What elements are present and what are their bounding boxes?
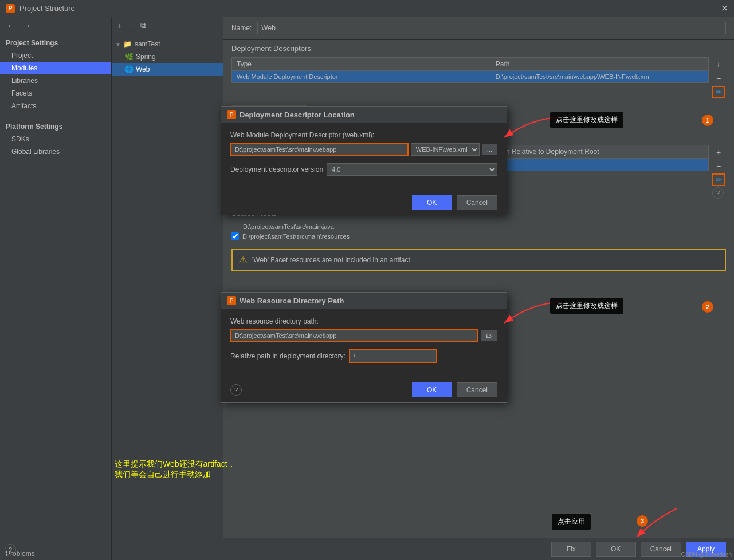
annotation-bubble-3: 点击应用	[552, 514, 591, 530]
dialog1-field-label: Web Module Deployment Descriptor (web.xm…	[230, 131, 497, 139]
dd-cell-type: Web Module Deployment Descriptor	[232, 71, 491, 82]
dialog1-cancel-button[interactable]: Cancel	[457, 195, 497, 210]
sidebar-item-artifacts[interactable]: Artifacts	[0, 100, 111, 112]
wrd-table-buttons: + − ✏ ?	[711, 145, 726, 200]
dd-remove-button[interactable]: −	[712, 72, 725, 85]
name-label: Name:	[231, 24, 252, 32]
sidebar-item-project[interactable]: Project	[0, 49, 111, 62]
badge-1: 1	[702, 115, 713, 126]
title-bar: P Project Structure ✕	[0, 0, 734, 17]
warning-text: 'Web' Facet resources are not included i…	[252, 256, 410, 264]
ok-button[interactable]: OK	[596, 542, 636, 557]
warning-icon: ⚠	[238, 254, 248, 266]
annotation-bubble-1: 点击这里修改成这样	[550, 112, 623, 128]
dialog2-ok-button[interactable]: OK	[412, 382, 452, 397]
sidebar-item-problems[interactable]: Problems	[0, 547, 111, 560]
fix-button[interactable]: Fix	[551, 542, 591, 557]
dd-col-path: Path	[491, 58, 708, 70]
sidebar-item-modules[interactable]: Modules	[0, 62, 111, 74]
wrd-add-button[interactable]: +	[712, 146, 725, 159]
source-entry-1: D:\project\samTest\src\main\resources	[231, 231, 726, 241]
sidebar-item-global-libraries[interactable]: Global Libraries	[0, 145, 111, 158]
project-settings-header: Project Settings	[0, 34, 111, 49]
source-entry-0: D:\project\samTest\src\main\java	[231, 222, 726, 231]
title-bar-left: P Project Structure	[6, 4, 75, 13]
dd-table-row[interactable]: Web Module Deployment Descriptor D:\proj…	[232, 71, 708, 82]
tree-node-label: Spring	[136, 53, 156, 61]
yellow-note: 这里提示我们Web还没有artifact， 我们等会自己进行手动添加	[115, 459, 235, 480]
title-bar-title: Project Structure	[19, 4, 75, 13]
web-icon: 🌐	[124, 65, 134, 74]
dialog1-suffix-dropdown[interactable]: WEB-INF\web.xml	[411, 143, 480, 156]
dd-table-wrap: Type Path Web Module Deployment Descript…	[231, 57, 726, 100]
source-path-0: D:\project\samTest\src\main\java	[231, 223, 334, 230]
dd-col-type: Type	[232, 58, 491, 70]
dialog1-browse-button[interactable]: ...	[482, 144, 497, 155]
name-input[interactable]	[257, 22, 726, 34]
tree-node-spring[interactable]: 🌿 Spring	[112, 50, 223, 63]
cancel-button[interactable]: Cancel	[641, 542, 681, 557]
tree-node-web[interactable]: 🌐 Web	[112, 63, 223, 76]
sidebar-item-libraries[interactable]: Libraries	[0, 74, 111, 87]
tree-expand-arrow: ▼	[115, 41, 121, 48]
tree-copy-button[interactable]: ⧉	[138, 19, 148, 31]
dialog2-browse-button[interactable]: 🗁	[481, 330, 497, 341]
dialog2-buttons: ? OK Cancel	[221, 378, 507, 402]
nav-forward-button[interactable]: →	[21, 20, 33, 31]
dialog2-relpath-label: Relative path in deployment directory:	[230, 352, 346, 360]
dialog1-title: Deployment Descriptor Location	[240, 111, 355, 119]
dialog-deployment-descriptor: P Deployment Descriptor Location Web Mod…	[221, 106, 507, 215]
dialog2-relpath-row: Relative path in deployment directory:	[230, 349, 497, 363]
warning-bar: ⚠ 'Web' Facet resources are not included…	[231, 249, 726, 271]
name-row: Name:	[223, 17, 734, 40]
tree-node-label: Web	[136, 65, 150, 73]
tree-node-label: samTest	[135, 40, 160, 48]
dialog1-title-bar: P Deployment Descriptor Location	[221, 107, 507, 123]
close-button[interactable]: ✕	[721, 3, 728, 14]
dialog2-relpath-input[interactable]	[349, 349, 437, 363]
dialog2-title: Web Resource Directory Path	[240, 297, 344, 305]
dialog2-path-input[interactable]	[230, 329, 478, 342]
global-help-button[interactable]: ?	[5, 544, 16, 555]
tree-toolbar: + − ⧉	[112, 17, 223, 34]
badge-3: 3	[637, 515, 648, 527]
dialog1-input-row: WEB-INF\web.xml ...	[230, 143, 497, 156]
dialog1-version-label: Deployment descriptor version	[230, 165, 323, 173]
dialog1-version-row: Deployment descriptor version 4.0	[230, 163, 497, 176]
sidebar-item-facets[interactable]: Facets	[0, 87, 111, 100]
tree-remove-button[interactable]: −	[127, 20, 136, 31]
dd-cell-path: D:\project\samTest\src\main\webapp\WEB-I…	[491, 71, 708, 82]
wrd-help-button[interactable]: ?	[712, 187, 724, 199]
source-checkbox-1[interactable]	[231, 232, 239, 240]
dialog2-title-bar: P Web Resource Directory Path	[221, 293, 507, 309]
bottom-bar: Fix OK Cancel Apply	[223, 538, 734, 560]
dialog1-version-dropdown[interactable]: 4.0	[327, 163, 497, 176]
dialog1-body: Web Module Deployment Descriptor (web.xm…	[221, 123, 507, 191]
wrd-col-rel: Path Relative to Deployment Root	[491, 145, 708, 158]
csdn-watermark: CSDN @Stevedash	[681, 551, 732, 558]
sidebar-item-sdks[interactable]: SDKs	[0, 133, 111, 145]
sidebar: ← → Project Settings Project Modules Lib…	[0, 17, 112, 560]
wrd-cell-rel: /	[491, 159, 708, 171]
dialog2-help-button[interactable]: ?	[230, 384, 242, 396]
dd-table: Type Path Web Module Deployment Descript…	[231, 57, 709, 83]
dialog1-ok-button[interactable]: OK	[412, 195, 452, 210]
dd-add-button[interactable]: +	[712, 58, 725, 71]
tree-add-button[interactable]: +	[115, 20, 124, 31]
wrd-remove-button[interactable]: −	[712, 160, 725, 172]
platform-settings-header: Platform Settings	[0, 118, 111, 133]
dialog1-icon: P	[227, 110, 236, 119]
dialog2-field-label: Web resource directory path:	[230, 317, 497, 325]
wrd-edit-button[interactable]: ✏	[712, 173, 725, 186]
tree-content: ▼ 📁 samTest 🌿 Spring 🌐 Web	[112, 34, 223, 560]
tree-node-samtest[interactable]: ▼ 📁 samTest	[112, 38, 223, 50]
source-path-1: D:\project\samTest\src\main\resources	[242, 233, 350, 240]
dd-edit-button[interactable]: ✏	[712, 86, 725, 98]
sidebar-nav-bar: ← →	[0, 17, 111, 34]
app-icon: P	[6, 4, 15, 13]
dialog1-buttons: OK Cancel	[221, 191, 507, 215]
nav-back-button[interactable]: ←	[5, 20, 17, 31]
dialog2-cancel-button[interactable]: Cancel	[457, 382, 497, 397]
deployment-descriptors-title: Deployment Descriptors	[231, 44, 726, 53]
dialog1-path-input[interactable]	[230, 143, 409, 156]
